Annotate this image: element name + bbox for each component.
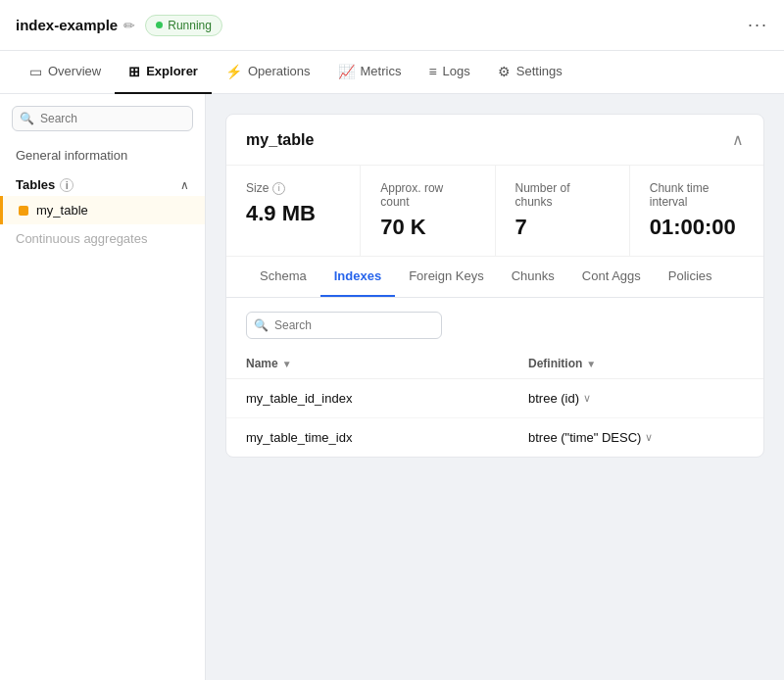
sidebar-search-wrapper: 🔍 [12, 106, 193, 131]
index-row: my_table_time_idx btree ("time" DESC) ∨ [226, 418, 763, 457]
stat-size-value: 4.9 MB [246, 201, 340, 226]
nav-tabs: ▭ Overview ⊞ Explorer ⚡ Operations 📈 Met… [0, 51, 784, 94]
tab-logs-label: Logs [443, 64, 470, 78]
tables-info-icon: i [60, 178, 74, 192]
stats-row: Size i 4.9 MB Approx. row count 70 K Num… [226, 166, 763, 257]
more-menu-icon[interactable]: ··· [748, 15, 768, 35]
col-header-name: Name ▼ [246, 357, 528, 370]
tab-explorer[interactable]: ⊞ Explorer [115, 51, 212, 94]
stat-size-label: Size i [246, 181, 340, 195]
collapse-icon[interactable]: ∧ [732, 130, 744, 149]
stat-row-count-label: Approx. row count [380, 181, 474, 209]
index-row-def-0: btree (id) ∨ [528, 391, 744, 406]
status-badge: Running [145, 15, 222, 36]
index-table: Name ▼ Definition ▼ my_table_id_index bt… [226, 349, 763, 457]
stat-size: Size i 4.9 MB [226, 166, 361, 256]
tab-metrics[interactable]: 📈 Metrics [324, 51, 416, 94]
stat-chunk-interval: Chunk time interval 01:00:00 [630, 166, 763, 256]
sidebar-tables-section: Tables i ∧ [0, 173, 205, 196]
inner-tab-cont-aggs[interactable]: Cont Aggs [568, 257, 655, 297]
sidebar-item-general-info[interactable]: General information [0, 141, 205, 170]
sidebar-search-icon: 🔍 [20, 112, 34, 125]
inner-tabs: Schema Indexes Foreign Keys Chunks Cont … [226, 257, 763, 298]
stat-row-count-value: 70 K [380, 215, 474, 240]
stat-chunk-interval-label: Chunk time interval [650, 181, 744, 209]
inner-tab-policies[interactable]: Policies [655, 257, 726, 297]
index-row-name-1: my_table_time_idx [246, 430, 528, 445]
inner-tab-schema[interactable]: Schema [246, 257, 320, 297]
index-search-wrapper: 🔍 [246, 312, 442, 339]
explorer-icon: ⊞ [128, 64, 140, 79]
table-title: my_table [246, 131, 314, 149]
topbar: index-example ✏ Running ··· [0, 0, 784, 51]
index-search-area: 🔍 [226, 298, 763, 349]
tab-settings-label: Settings [516, 64, 563, 78]
edit-icon[interactable]: ✏ [123, 18, 135, 33]
tables-section-label: Tables i [16, 177, 74, 192]
status-dot [156, 22, 163, 28]
stat-chunk-interval-value: 01:00:00 [650, 215, 744, 240]
overview-icon: ▭ [29, 64, 42, 79]
index-search-icon: 🔍 [254, 318, 269, 332]
tables-chevron-icon[interactable]: ∧ [180, 178, 189, 192]
metrics-icon: 📈 [338, 64, 355, 79]
settings-icon: ⚙ [498, 64, 511, 79]
tab-settings[interactable]: ⚙ Settings [484, 51, 576, 94]
operations-icon: ⚡ [225, 64, 242, 79]
index-search-input[interactable] [246, 312, 442, 339]
stat-chunks-value: 7 [515, 215, 610, 240]
table-item-label: my_table [36, 203, 88, 218]
index-row-def-1: btree ("time" DESC) ∨ [528, 430, 744, 445]
stat-row-count: Approx. row count 70 K [361, 166, 495, 256]
tab-operations[interactable]: ⚡ Operations [212, 51, 324, 94]
table-color-indicator [19, 206, 28, 216]
size-info-icon[interactable]: i [272, 182, 285, 195]
sidebar: 🔍 General information Tables i ∧ my_tabl… [0, 94, 206, 680]
index-table-header: Name ▼ Definition ▼ [226, 349, 763, 379]
table-header: my_table ∧ [226, 115, 763, 166]
tab-overview[interactable]: ▭ Overview [16, 51, 115, 94]
inner-tab-indexes[interactable]: Indexes [320, 257, 395, 297]
tab-explorer-label: Explorer [146, 64, 198, 78]
definition-sort-icon[interactable]: ▼ [586, 359, 596, 369]
stat-chunks-label: Number of chunks [515, 181, 610, 209]
col-header-definition: Definition ▼ [528, 357, 744, 370]
app-title: index-example [16, 17, 118, 33]
tab-overview-label: Overview [48, 64, 101, 78]
tab-metrics-label: Metrics [361, 64, 402, 78]
main-layout: 🔍 General information Tables i ∧ my_tabl… [0, 94, 784, 680]
index-row-expand-0[interactable]: ∨ [583, 392, 591, 405]
stat-chunks: Number of chunks 7 [496, 166, 630, 256]
index-row: my_table_id_index btree (id) ∨ [226, 379, 763, 418]
logs-icon: ≡ [428, 64, 436, 79]
name-sort-icon[interactable]: ▼ [282, 359, 292, 369]
sidebar-search-input[interactable] [12, 106, 193, 131]
tab-operations-label: Operations [248, 64, 311, 78]
tab-logs[interactable]: ≡ Logs [415, 51, 483, 94]
status-label: Running [168, 19, 212, 32]
index-row-expand-1[interactable]: ∨ [645, 431, 653, 444]
content-card: my_table ∧ Size i 4.9 MB Approx. row cou… [225, 114, 764, 458]
content-area: my_table ∧ Size i 4.9 MB Approx. row cou… [206, 94, 784, 680]
inner-tab-chunks[interactable]: Chunks [498, 257, 568, 297]
index-row-name-0: my_table_id_index [246, 391, 528, 406]
sidebar-item-my-table[interactable]: my_table [0, 196, 205, 224]
sidebar-item-cont-agg[interactable]: Continuous aggregates [0, 224, 205, 253]
inner-tab-foreign-keys[interactable]: Foreign Keys [395, 257, 498, 297]
